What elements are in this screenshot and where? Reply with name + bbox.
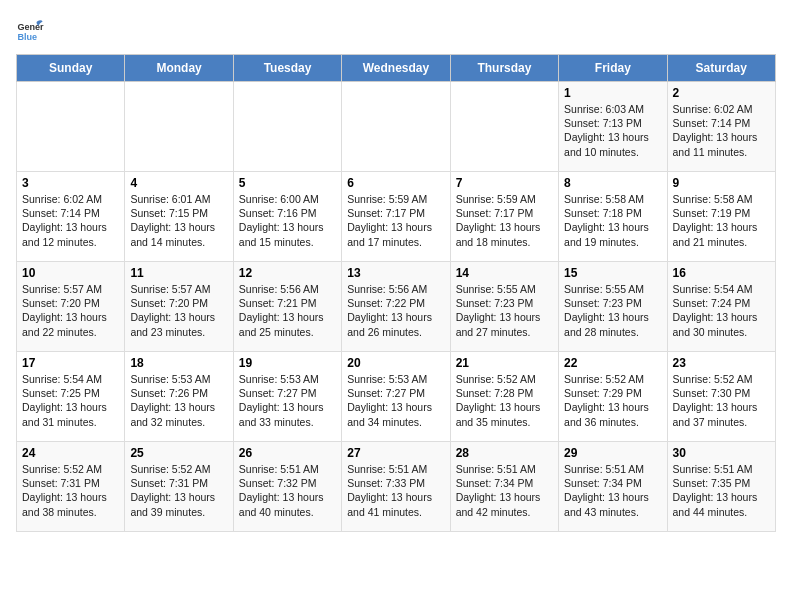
calendar-cell: 3Sunrise: 6:02 AMSunset: 7:14 PMDaylight… — [17, 172, 125, 262]
calendar-cell: 1Sunrise: 6:03 AMSunset: 7:13 PMDaylight… — [559, 82, 667, 172]
calendar-cell: 14Sunrise: 5:55 AMSunset: 7:23 PMDayligh… — [450, 262, 558, 352]
day-number: 27 — [347, 446, 444, 460]
day-header-saturday: Saturday — [667, 55, 775, 82]
day-number: 2 — [673, 86, 770, 100]
day-number: 11 — [130, 266, 227, 280]
day-header-wednesday: Wednesday — [342, 55, 450, 82]
calendar-cell: 13Sunrise: 5:56 AMSunset: 7:22 PMDayligh… — [342, 262, 450, 352]
calendar-cell: 29Sunrise: 5:51 AMSunset: 7:34 PMDayligh… — [559, 442, 667, 532]
day-number: 25 — [130, 446, 227, 460]
day-number: 19 — [239, 356, 336, 370]
calendar-cell — [342, 82, 450, 172]
day-number: 4 — [130, 176, 227, 190]
day-number: 20 — [347, 356, 444, 370]
calendar-cell: 17Sunrise: 5:54 AMSunset: 7:25 PMDayligh… — [17, 352, 125, 442]
cell-info: Sunrise: 6:00 AMSunset: 7:16 PMDaylight:… — [239, 192, 336, 249]
cell-info: Sunrise: 5:51 AMSunset: 7:33 PMDaylight:… — [347, 462, 444, 519]
cell-info: Sunrise: 5:59 AMSunset: 7:17 PMDaylight:… — [456, 192, 553, 249]
calendar-cell: 22Sunrise: 5:52 AMSunset: 7:29 PMDayligh… — [559, 352, 667, 442]
day-number: 23 — [673, 356, 770, 370]
calendar-cell — [450, 82, 558, 172]
day-number: 13 — [347, 266, 444, 280]
svg-text:Blue: Blue — [17, 32, 37, 42]
calendar-cell: 24Sunrise: 5:52 AMSunset: 7:31 PMDayligh… — [17, 442, 125, 532]
calendar-cell: 26Sunrise: 5:51 AMSunset: 7:32 PMDayligh… — [233, 442, 341, 532]
calendar-cell: 27Sunrise: 5:51 AMSunset: 7:33 PMDayligh… — [342, 442, 450, 532]
calendar-cell: 11Sunrise: 5:57 AMSunset: 7:20 PMDayligh… — [125, 262, 233, 352]
day-number: 18 — [130, 356, 227, 370]
cell-info: Sunrise: 6:02 AMSunset: 7:14 PMDaylight:… — [673, 102, 770, 159]
calendar-cell: 10Sunrise: 5:57 AMSunset: 7:20 PMDayligh… — [17, 262, 125, 352]
svg-text:General: General — [17, 22, 44, 32]
calendar-cell: 6Sunrise: 5:59 AMSunset: 7:17 PMDaylight… — [342, 172, 450, 262]
day-header-friday: Friday — [559, 55, 667, 82]
cell-info: Sunrise: 5:51 AMSunset: 7:32 PMDaylight:… — [239, 462, 336, 519]
day-number: 8 — [564, 176, 661, 190]
cell-info: Sunrise: 5:57 AMSunset: 7:20 PMDaylight:… — [22, 282, 119, 339]
calendar-cell: 23Sunrise: 5:52 AMSunset: 7:30 PMDayligh… — [667, 352, 775, 442]
cell-info: Sunrise: 5:52 AMSunset: 7:28 PMDaylight:… — [456, 372, 553, 429]
cell-info: Sunrise: 5:59 AMSunset: 7:17 PMDaylight:… — [347, 192, 444, 249]
day-header-monday: Monday — [125, 55, 233, 82]
calendar-cell: 25Sunrise: 5:52 AMSunset: 7:31 PMDayligh… — [125, 442, 233, 532]
cell-info: Sunrise: 6:01 AMSunset: 7:15 PMDaylight:… — [130, 192, 227, 249]
calendar-cell: 5Sunrise: 6:00 AMSunset: 7:16 PMDaylight… — [233, 172, 341, 262]
day-number: 29 — [564, 446, 661, 460]
cell-info: Sunrise: 5:52 AMSunset: 7:31 PMDaylight:… — [22, 462, 119, 519]
calendar-table: SundayMondayTuesdayWednesdayThursdayFrid… — [16, 54, 776, 532]
calendar-week-3: 10Sunrise: 5:57 AMSunset: 7:20 PMDayligh… — [17, 262, 776, 352]
cell-info: Sunrise: 5:58 AMSunset: 7:18 PMDaylight:… — [564, 192, 661, 249]
calendar-cell: 4Sunrise: 6:01 AMSunset: 7:15 PMDaylight… — [125, 172, 233, 262]
logo-icon: General Blue — [16, 16, 44, 44]
day-number: 12 — [239, 266, 336, 280]
logo: General Blue — [16, 16, 50, 44]
day-number: 24 — [22, 446, 119, 460]
day-number: 10 — [22, 266, 119, 280]
day-number: 28 — [456, 446, 553, 460]
day-number: 15 — [564, 266, 661, 280]
calendar-week-4: 17Sunrise: 5:54 AMSunset: 7:25 PMDayligh… — [17, 352, 776, 442]
day-number: 30 — [673, 446, 770, 460]
cell-info: Sunrise: 5:51 AMSunset: 7:34 PMDaylight:… — [564, 462, 661, 519]
day-number: 6 — [347, 176, 444, 190]
day-number: 16 — [673, 266, 770, 280]
header: General Blue — [16, 16, 776, 44]
calendar-header-row: SundayMondayTuesdayWednesdayThursdayFrid… — [17, 55, 776, 82]
cell-info: Sunrise: 5:51 AMSunset: 7:34 PMDaylight:… — [456, 462, 553, 519]
cell-info: Sunrise: 5:57 AMSunset: 7:20 PMDaylight:… — [130, 282, 227, 339]
cell-info: Sunrise: 5:56 AMSunset: 7:21 PMDaylight:… — [239, 282, 336, 339]
cell-info: Sunrise: 5:53 AMSunset: 7:27 PMDaylight:… — [239, 372, 336, 429]
calendar-cell: 2Sunrise: 6:02 AMSunset: 7:14 PMDaylight… — [667, 82, 775, 172]
day-number: 26 — [239, 446, 336, 460]
day-number: 22 — [564, 356, 661, 370]
calendar-cell: 28Sunrise: 5:51 AMSunset: 7:34 PMDayligh… — [450, 442, 558, 532]
calendar-cell: 18Sunrise: 5:53 AMSunset: 7:26 PMDayligh… — [125, 352, 233, 442]
calendar-week-1: 1Sunrise: 6:03 AMSunset: 7:13 PMDaylight… — [17, 82, 776, 172]
day-number: 14 — [456, 266, 553, 280]
calendar-cell — [125, 82, 233, 172]
day-number: 21 — [456, 356, 553, 370]
cell-info: Sunrise: 5:52 AMSunset: 7:31 PMDaylight:… — [130, 462, 227, 519]
calendar-body: 1Sunrise: 6:03 AMSunset: 7:13 PMDaylight… — [17, 82, 776, 532]
day-header-tuesday: Tuesday — [233, 55, 341, 82]
cell-info: Sunrise: 5:54 AMSunset: 7:24 PMDaylight:… — [673, 282, 770, 339]
cell-info: Sunrise: 6:02 AMSunset: 7:14 PMDaylight:… — [22, 192, 119, 249]
calendar-cell — [233, 82, 341, 172]
cell-info: Sunrise: 5:56 AMSunset: 7:22 PMDaylight:… — [347, 282, 444, 339]
cell-info: Sunrise: 5:52 AMSunset: 7:29 PMDaylight:… — [564, 372, 661, 429]
calendar-cell: 30Sunrise: 5:51 AMSunset: 7:35 PMDayligh… — [667, 442, 775, 532]
cell-info: Sunrise: 5:54 AMSunset: 7:25 PMDaylight:… — [22, 372, 119, 429]
cell-info: Sunrise: 5:53 AMSunset: 7:26 PMDaylight:… — [130, 372, 227, 429]
day-number: 5 — [239, 176, 336, 190]
cell-info: Sunrise: 6:03 AMSunset: 7:13 PMDaylight:… — [564, 102, 661, 159]
day-number: 7 — [456, 176, 553, 190]
cell-info: Sunrise: 5:55 AMSunset: 7:23 PMDaylight:… — [456, 282, 553, 339]
calendar-cell: 20Sunrise: 5:53 AMSunset: 7:27 PMDayligh… — [342, 352, 450, 442]
cell-info: Sunrise: 5:52 AMSunset: 7:30 PMDaylight:… — [673, 372, 770, 429]
cell-info: Sunrise: 5:53 AMSunset: 7:27 PMDaylight:… — [347, 372, 444, 429]
calendar-cell: 19Sunrise: 5:53 AMSunset: 7:27 PMDayligh… — [233, 352, 341, 442]
calendar-cell: 7Sunrise: 5:59 AMSunset: 7:17 PMDaylight… — [450, 172, 558, 262]
day-header-thursday: Thursday — [450, 55, 558, 82]
calendar-week-5: 24Sunrise: 5:52 AMSunset: 7:31 PMDayligh… — [17, 442, 776, 532]
cell-info: Sunrise: 5:55 AMSunset: 7:23 PMDaylight:… — [564, 282, 661, 339]
